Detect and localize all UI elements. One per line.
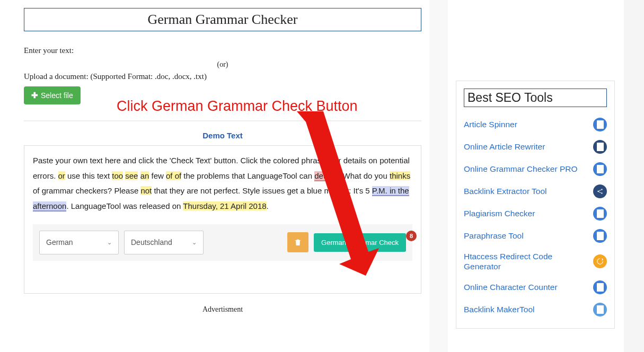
backlink-icon <box>593 184 607 198</box>
select-file-button[interactable]: ✚ Select file <box>24 86 81 104</box>
highlight-yellow[interactable]: too <box>112 171 123 180</box>
sidebar-item-backlink-extractor[interactable]: Backlink Extractor Tool <box>464 180 607 203</box>
backlink-maker-icon <box>593 303 607 316</box>
gutter <box>429 0 448 352</box>
sidebar: Best SEO Tools Article Spinner Online Ar… <box>456 81 615 329</box>
sidebar-item-label: Backlink Extractor Tool <box>464 186 547 196</box>
paraphrase-icon <box>593 229 607 243</box>
sidebar-item-label: Backlink MakerTool <box>464 304 535 314</box>
clear-button[interactable] <box>287 232 308 252</box>
highlight-yellow[interactable]: of of <box>166 171 181 180</box>
svg-point-4 <box>601 192 602 193</box>
text: . What do you <box>338 171 390 180</box>
enter-text-label: Enter your text: <box>24 46 421 55</box>
text: of grammar checkers? Please <box>33 186 140 195</box>
editor-toolbar: German ⌄ Deutschland ⌄ German Grammar Ch… <box>33 224 412 261</box>
select-file-label: Select file <box>41 91 73 100</box>
sidebar-item-paraphrase-tool[interactable]: Paraphrase Tool <box>464 225 607 247</box>
divider <box>24 120 421 121</box>
gutter <box>624 0 644 352</box>
sidebar-item-backlink-maker[interactable]: Backlink MakerTool <box>464 298 607 321</box>
text: . LanguageTool was released on <box>66 201 183 210</box>
highlight-yellow[interactable]: or <box>58 171 65 180</box>
sidebar-item-label: Plagiarism Checker <box>464 208 535 218</box>
trash-icon <box>294 238 302 247</box>
sidebar-item-label: Online Character Counter <box>464 282 558 292</box>
upload-label: Upload a document: (Supported Format: .d… <box>24 72 421 81</box>
spinner-icon <box>593 118 607 131</box>
highlight-yellow[interactable]: not <box>140 186 152 195</box>
sidebar-item-label: Online Article Rewriter <box>464 142 545 152</box>
sidebar-item-character-counter[interactable]: Online Character Counter <box>464 276 607 298</box>
error-count-badge[interactable]: 8 <box>406 231 417 241</box>
highlight-yellow[interactable]: an <box>140 171 149 180</box>
highlight-pink[interactable]: detecd <box>314 171 338 181</box>
text: few <box>149 171 166 180</box>
text <box>138 171 140 180</box>
chevron-down-icon: ⌄ <box>192 237 197 248</box>
or-label: (or) <box>24 60 421 69</box>
plus-icon: ✚ <box>31 91 38 100</box>
annotation-text: Click German Grammar Check Button <box>117 98 358 115</box>
grammar-icon <box>593 162 607 176</box>
country-select[interactable]: Deutschland ⌄ <box>124 231 204 254</box>
highlight-yellow[interactable]: Thursday, 21 April 2018 <box>183 201 266 210</box>
text-editor[interactable]: Paste your own text here and click the '… <box>24 145 421 294</box>
sidebar-item-article-spinner[interactable]: Article Spinner <box>464 113 607 136</box>
counter-icon <box>593 280 607 294</box>
chevron-down-icon: ⌄ <box>107 237 112 248</box>
advertisement-label: Advertisment <box>24 305 421 314</box>
plagiarism-icon <box>593 207 607 221</box>
rewriter-icon <box>593 140 607 154</box>
page-title: German Grammar Checker <box>24 8 421 31</box>
country-select-value: Deutschland <box>131 235 172 250</box>
highlight-yellow[interactable]: see <box>125 171 138 180</box>
language-select[interactable]: German ⌄ <box>39 231 119 254</box>
sidebar-item-grammar-checker[interactable]: Online Grammar Checker PRO <box>464 158 607 180</box>
demo-text-header: Demo Text <box>24 131 421 140</box>
redirect-icon <box>593 254 607 268</box>
sidebar-item-label: Article Spinner <box>464 119 517 129</box>
sidebar-item-label: Htaccess Redirect Code Generator <box>464 251 586 272</box>
svg-point-3 <box>601 189 602 190</box>
text: . <box>267 201 269 210</box>
highlight-yellow[interactable]: thinks <box>390 171 410 180</box>
language-select-value: German <box>46 235 73 250</box>
sidebar-title: Best SEO Tools <box>464 89 607 107</box>
text: the problems that LanguageTool can <box>181 171 314 180</box>
main-panel: German Grammar Checker Enter your text: … <box>16 0 429 322</box>
sidebar-item-article-rewriter[interactable]: Online Article Rewriter <box>464 136 607 158</box>
grammar-check-button[interactable]: German Grammar Check <box>314 233 406 252</box>
sidebar-item-label: Paraphrase Tool <box>464 231 524 241</box>
text: that they are not perfect. Style issues … <box>152 186 372 195</box>
sidebar-item-plagiarism-checker[interactable]: Plagiarism Checker <box>464 203 607 225</box>
sidebar-item-label: Online Grammar Checker PRO <box>464 164 577 174</box>
sidebar-item-htaccess-generator[interactable]: Htaccess Redirect Code Generator <box>464 247 607 276</box>
text: use this text <box>65 171 112 180</box>
